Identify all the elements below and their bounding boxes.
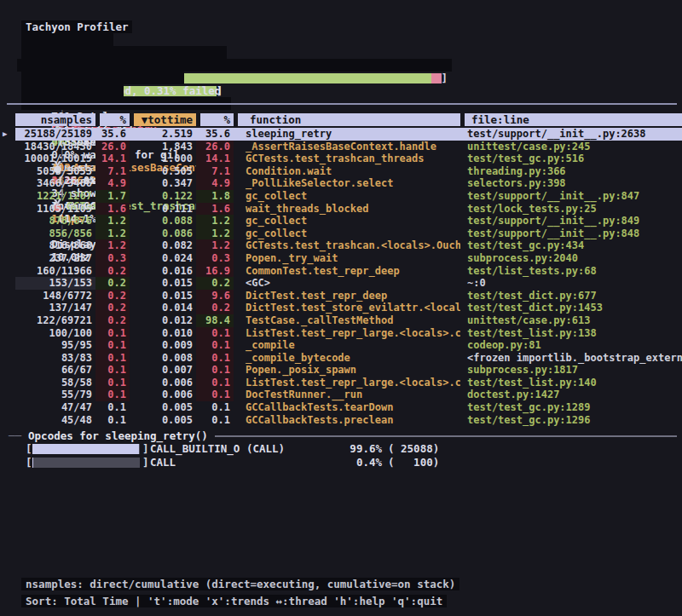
function-cell: Popen._posix_spawn [234, 364, 460, 377]
functions-line: Functions: 881 total │ 478 exec │ 403 st… [9, 72, 124, 84]
table-row[interactable]: 237/2370.30.0240.3Popen._try_waitsubproc… [0, 252, 682, 265]
tottime-cell: 0.006 [130, 389, 196, 401]
opcode-bar [32, 458, 140, 468]
efficiency-failed-segment [431, 73, 442, 83]
table-row[interactable]: 55/790.10.0060.1DocTestRunner.__rundocte… [0, 389, 682, 401]
pct-cumulative-cell: 1.6 [196, 203, 234, 216]
opcodes-title: Opcodes for sleeping_retry() [28, 429, 208, 442]
file-line-cell: test/lock_tests.py:25 [460, 203, 682, 216]
nsamples-cell: 237/237 [15, 252, 95, 265]
table-row[interactable]: 83/830.10.0080.1_compile_bytecode<frozen… [0, 352, 682, 365]
tottime-cell: 0.005 [130, 401, 196, 414]
table-row[interactable]: 153/1530.20.0150.2<GC>~:0 [0, 277, 682, 290]
file-line-cell: codeop.py:81 [460, 339, 682, 352]
pct-direct-cell: 1.2 [95, 215, 130, 227]
bar-close-bracket: ] [142, 456, 149, 469]
file-line-cell: subprocess.py:1817 [460, 364, 682, 377]
pct-direct-cell: 0.1 [95, 364, 130, 377]
pct-cumulative-cell: 0.1 [196, 352, 234, 365]
nsamples-cell: 10001/10015 [15, 153, 95, 165]
tottime-cell: 0.082 [130, 239, 196, 252]
pct-cumulative-cell: 0.3 [196, 252, 234, 265]
pct-direct-cell: 0.2 [95, 290, 130, 302]
file-line-cell: subprocess.py:2040 [460, 252, 682, 265]
column-header-file-line[interactable]: file:line [460, 113, 682, 126]
row-marker [0, 327, 15, 340]
table-row[interactable]: 3466/34664.90.3474.9_PollLikeSelector.se… [0, 177, 682, 190]
column-header-nsamples[interactable]: nsamples [15, 113, 95, 126]
table-row[interactable]: 66/670.10.0070.1Popen._posix_spawnsubpro… [0, 364, 682, 377]
opcode-name: CALL [150, 456, 176, 469]
pct-cumulative-cell: 0.1 [196, 339, 234, 352]
table-row[interactable]: 47/470.10.0050.1GCCallbackTests.tearDown… [0, 401, 682, 414]
table-row[interactable]: 137/1470.20.0140.2DictTest.test_store_ev… [0, 302, 682, 314]
tottime-cell: 0.024 [130, 252, 196, 265]
file-line-cell: test/test_gc.py:516 [460, 153, 682, 165]
row-marker [0, 165, 15, 178]
row-marker [0, 314, 15, 327]
pct-cumulative-cell: 1.8 [196, 190, 234, 203]
table-row[interactable]: 95/950.10.0090.1_compilecodeop.py:81 [0, 339, 682, 352]
row-marker [0, 239, 15, 252]
file-line-cell: unittest/case.py:613 [460, 314, 682, 327]
tottime-cell: 0.088 [130, 215, 196, 227]
pct-cumulative-cell: 0.2 [196, 277, 234, 290]
pct-cumulative-cell: 0.1 [196, 389, 234, 401]
bar-close-bracket: ] [142, 442, 149, 455]
row-marker [0, 141, 15, 153]
tottime-cell: 0.347 [130, 177, 196, 190]
function-cell: _compile [234, 339, 460, 352]
profile-table-body: ▶25188/2518935.62.51935.6sleeping_retryt… [0, 128, 682, 426]
table-row[interactable]: 10001/1001514.11.00014.1GCTests.test_tra… [0, 153, 682, 165]
file-line-cell: threading.py:366 [460, 165, 682, 178]
tottime-cell: 0.015 [130, 290, 196, 302]
column-header-pct1[interactable]: % [95, 113, 130, 126]
pct-cumulative-cell: 35.6 [196, 128, 234, 141]
status-line: PID: 52146 │ Thread: ALL │ Uptime: 0m07s… [9, 20, 113, 33]
table-row[interactable]: ▶25188/2518935.62.51935.6sleeping_retryt… [0, 128, 682, 141]
sort-and-keybinds: Sort: Total Time | 't':mode 'x':trends ↔… [21, 595, 447, 607]
samples-line: Samples: 71038 total (10000.4/s) [] 10.0… [9, 33, 227, 46]
function-cell: _PollLikeSelector.select [234, 177, 460, 190]
table-row[interactable]: 856/8561.20.0861.2gc_collecttest/support… [0, 227, 682, 240]
table-row[interactable]: 1105/11051.60.1111.6wait_threads_blocked… [0, 203, 682, 216]
row-marker [0, 339, 15, 352]
file-line-cell: test/test_list.py:140 [460, 377, 682, 389]
table-row[interactable]: 816/8681.20.0821.2GCTests.test_trashcan.… [0, 239, 682, 252]
column-header-tottime-sorted[interactable]: ▼tottime [130, 113, 196, 126]
file-line-cell: test/support/__init__.py:2638 [460, 128, 682, 141]
nsamples-cell: 122/69721 [15, 314, 95, 327]
table-row[interactable]: 160/119660.20.01616.9CommonTest.test_rep… [0, 265, 682, 278]
pct-cumulative-cell: 0.1 [196, 364, 234, 377]
efficiency-line: Efficiency:[] 99.69% good, 0.31% failed [4, 46, 452, 59]
row-marker [0, 302, 15, 314]
table-row[interactable]: 122/697210.20.01298.4TestCase._callTestM… [0, 314, 682, 327]
row-marker [0, 389, 15, 401]
table-row[interactable]: 100/1000.10.0100.1ListTest.test_repr_lar… [0, 327, 682, 340]
column-header-pct2[interactable]: % [196, 113, 234, 126]
column-header-function[interactable]: function [234, 113, 460, 126]
tottime-cell: 0.009 [130, 339, 196, 352]
file-line-cell: <frozen importlib._bootstrap_externa [460, 352, 682, 365]
opcode-count: ( 100) [388, 456, 439, 469]
pct-direct-cell: 0.1 [95, 352, 130, 365]
function-cell: CommonTest.test_repr_deep [234, 265, 460, 278]
table-row[interactable]: 58/580.10.0060.1ListTest.test_repr_large… [0, 377, 682, 389]
table-row[interactable]: 876/8761.20.0881.2gc_collecttest/support… [0, 215, 682, 227]
pct-cumulative-cell: 14.1 [196, 153, 234, 165]
nsamples-cell: 1221/1267 [15, 190, 95, 203]
table-row[interactable]: 1221/12671.70.1221.8gc_collecttest/suppo… [0, 190, 682, 203]
nsamples-cell: 876/876 [15, 215, 95, 227]
table-row[interactable]: 18430/1843026.01.84326.0_AssertRaisesBas… [0, 141, 682, 153]
tottime-cell: 1.843 [130, 141, 196, 153]
table-row[interactable]: 148/67720.20.0159.6DictTest.test_repr_de… [0, 290, 682, 302]
nsamples-cell: 25188/25189 [15, 128, 95, 141]
table-row[interactable]: 45/480.10.0050.1GCCallbackTests.preclean… [0, 414, 682, 427]
table-row[interactable]: 5053/50537.10.5057.1Condition.waitthread… [0, 165, 682, 178]
row-marker [0, 401, 15, 414]
nsamples-cell: 58/58 [15, 377, 95, 389]
opcodes-section-header: ── Opcodes for sleeping_retry() [9, 429, 677, 442]
function-cell: _compile_bytecode [234, 352, 460, 365]
tottime-cell: 0.014 [130, 302, 196, 314]
pct-direct-cell: 35.6 [95, 128, 130, 141]
